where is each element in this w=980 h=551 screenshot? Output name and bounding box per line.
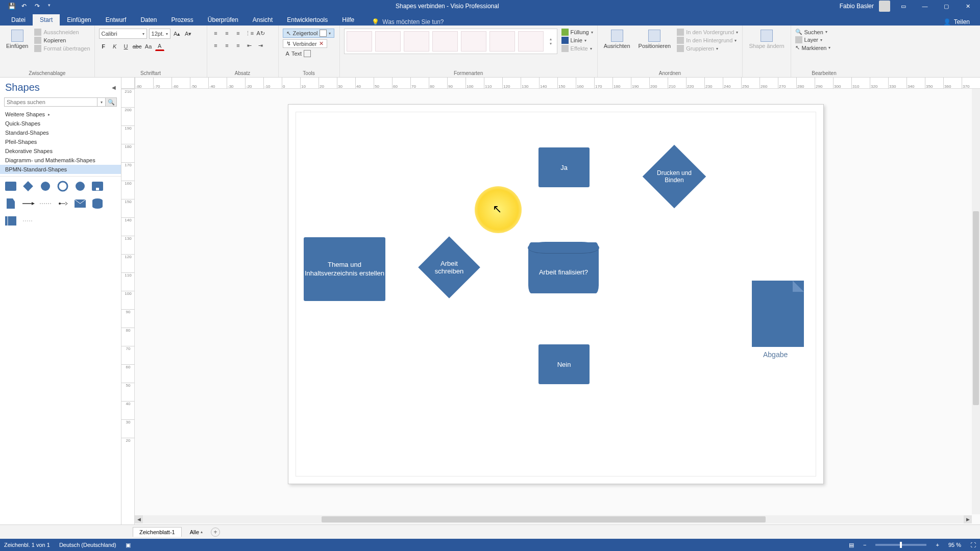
cat-quick[interactable]: Quick-Shapes (0, 119, 121, 128)
tab-datei[interactable]: Datei (4, 14, 33, 26)
align-bottom-button[interactable]: ≡ (234, 29, 243, 38)
stencil-arrow[interactable] (21, 197, 35, 210)
stencil-annotation[interactable] (21, 214, 35, 228)
find-button[interactable]: 🔍Suchen▾ (795, 29, 831, 35)
stencil-data-object[interactable] (4, 197, 17, 210)
tab-prozess[interactable]: Prozess (164, 14, 200, 26)
vertical-scrollbar[interactable] (972, 89, 980, 514)
shape-arbeit-schreiben[interactable]: Arbeit schreiben (418, 236, 480, 298)
redo-icon[interactable]: ↷ (35, 3, 42, 10)
stencil-subprocess[interactable] (91, 180, 104, 193)
shape-nein[interactable]: Nein (538, 344, 590, 384)
ribbon-display-icon[interactable]: ▭ (895, 3, 912, 10)
align-middle-button[interactable]: ≡ (223, 29, 232, 38)
shape-ja[interactable]: Ja (538, 147, 590, 187)
style-thumb[interactable] (375, 31, 401, 52)
line-button[interactable]: Linie▾ (561, 37, 593, 44)
scroll-right-button[interactable]: ▶ (964, 515, 972, 523)
close-icon[interactable]: ✕ (319, 40, 324, 47)
effects-button[interactable]: Effekte▾ (561, 45, 593, 52)
tab-ueberpruefen[interactable]: Überprüfen (201, 14, 246, 26)
scroll-thumb[interactable] (322, 516, 766, 522)
increase-indent-button[interactable]: ⇥ (256, 41, 265, 50)
undo-icon[interactable]: ↶ (21, 3, 29, 10)
cat-standard[interactable]: Standard-Shapes (0, 128, 121, 137)
format-painter-button[interactable]: Format übertragen (34, 45, 90, 52)
qat-more-icon[interactable]: ▾ (48, 3, 55, 10)
style-thumb[interactable] (404, 31, 429, 52)
style-thumb[interactable] (518, 31, 544, 52)
tab-entwicklertools[interactable]: Entwicklertools (280, 14, 335, 26)
send-back-button[interactable]: In den Hintergrund▾ (677, 37, 738, 44)
style-thumb[interactable] (461, 31, 486, 52)
scroll-thumb[interactable] (973, 211, 979, 405)
status-language[interactable]: Deutsch (Deutschland) (59, 542, 116, 548)
align-button[interactable]: Ausrichten (602, 29, 632, 50)
decrease-indent-button[interactable]: ⇤ (245, 41, 254, 50)
stencil-pool[interactable] (4, 214, 17, 228)
cat-pfeil[interactable]: Pfeil-Shapes (0, 137, 121, 146)
save-icon[interactable]: 💾 (8, 3, 15, 10)
paste-button[interactable]: Einfügen (4, 29, 30, 50)
cut-button[interactable]: Ausschneiden (34, 29, 90, 36)
tab-hilfe[interactable]: Hilfe (335, 14, 361, 26)
position-button[interactable]: Positionieren (636, 29, 673, 50)
bold-button[interactable]: F (99, 42, 108, 51)
tab-start[interactable]: Start (33, 14, 60, 26)
macro-record-icon[interactable]: ▣ (126, 542, 131, 548)
avatar[interactable] (879, 1, 890, 12)
stencil-gateway[interactable] (21, 180, 35, 193)
shape-style-gallery[interactable]: ▴▾ (344, 29, 557, 54)
presentation-mode-icon[interactable]: ▤ (849, 542, 854, 548)
text-tool-button[interactable]: AText (283, 49, 314, 58)
stencil-event[interactable] (39, 180, 52, 193)
tell-me[interactable]: 💡 Was möchten Sie tun? (372, 18, 444, 26)
stencil-data-store[interactable] (91, 197, 104, 210)
change-shape-button[interactable]: Shape ändern (747, 29, 786, 50)
stencil-task[interactable] (4, 180, 17, 193)
cat-dekorativ[interactable]: Dekorative Shapes (0, 146, 121, 156)
add-page-button[interactable]: + (211, 528, 220, 537)
drawing-page[interactable]: ↖ Thema und Inhaltsverzeichnis erstellen… (288, 104, 824, 484)
style-thumb[interactable] (489, 31, 515, 52)
zoom-out-button[interactable]: − (863, 542, 866, 548)
rotate-text-button[interactable]: A↻ (256, 29, 265, 38)
shape-thema[interactable]: Thema und Inhaltsverzeichnis erstellen (304, 237, 385, 301)
align-center-button[interactable]: ≡ (223, 41, 232, 50)
case-button[interactable]: Aa (144, 42, 153, 51)
horizontal-scrollbar[interactable]: ◀ ▶ (135, 515, 972, 523)
fill-button[interactable]: Füllung▾ (561, 29, 593, 36)
group-button[interactable]: Gruppieren▾ (677, 45, 738, 52)
close-button[interactable]: ✕ (960, 3, 976, 10)
bullets-button[interactable]: ⋮≡ (245, 29, 254, 38)
scroll-left-button[interactable]: ◀ (135, 515, 143, 523)
shape-drucken[interactable]: Drucken und Binden (643, 145, 706, 208)
cat-weitere[interactable]: Weitere Shapes▸ (0, 110, 121, 119)
maximize-button[interactable]: ▢ (938, 3, 954, 10)
select-button[interactable]: ↖Markieren▾ (795, 44, 831, 51)
tab-daten[interactable]: Daten (133, 14, 164, 26)
page-tab-all[interactable]: Alle▴ (185, 528, 208, 537)
stencil-end-event[interactable] (56, 180, 69, 193)
scroll-track[interactable] (143, 515, 964, 523)
zoom-value[interactable]: 95 % (948, 542, 961, 548)
strikethrough-button[interactable]: abc (133, 42, 142, 51)
stencil-message[interactable] (74, 197, 87, 210)
stencil-start-event[interactable] (74, 180, 87, 193)
shape-arbeit-final[interactable]: Arbeit finalisiert? (528, 242, 599, 293)
font-color-button[interactable]: A (155, 42, 164, 51)
gallery-more[interactable]: ▴▾ (547, 37, 555, 46)
cat-diagramm[interactable]: Diagramm- und Mathematik-Shapes (0, 156, 121, 165)
align-top-button[interactable]: ≡ (211, 29, 220, 38)
shape-abgabe-doc[interactable] (752, 281, 804, 347)
align-left-button[interactable]: ≡ (211, 41, 220, 50)
tab-entwurf[interactable]: Entwurf (99, 14, 134, 26)
zoom-slider[interactable] (875, 544, 926, 546)
zoom-in-button[interactable]: + (936, 542, 939, 548)
italic-button[interactable]: K (110, 42, 119, 51)
minimize-button[interactable]: — (917, 3, 933, 9)
align-right-button[interactable]: ≡ (234, 41, 243, 50)
font-name-combo[interactable]: Calibri▾ (99, 29, 147, 39)
connector-tool-button[interactable]: ↯Verbinder✕ (283, 39, 327, 48)
underline-button[interactable]: U (121, 42, 131, 51)
